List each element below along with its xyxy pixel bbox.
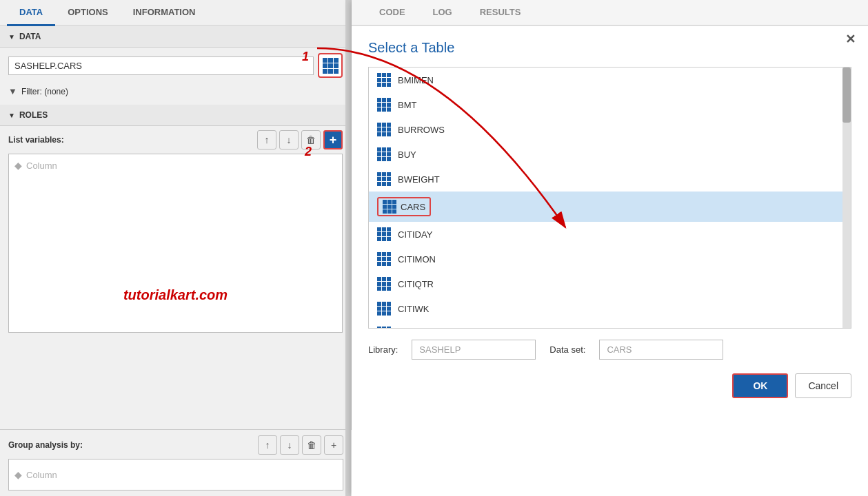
dataset-label: Data set: bbox=[549, 344, 585, 355]
scrollbar-thumb bbox=[842, 68, 851, 123]
group-column-text: Column bbox=[26, 470, 57, 480]
table-item-label: CITIWK bbox=[398, 304, 430, 314]
roles-section-label: ROLES bbox=[19, 110, 48, 120]
dialog-bottom-fields: Library: Data set: bbox=[368, 340, 851, 360]
data-section-label: DATA bbox=[19, 32, 41, 41]
group-toolbar: Group analysis by: ↑ ↓ 🗑 + bbox=[8, 435, 343, 455]
move-down-button[interactable]: ↓ bbox=[279, 130, 299, 149]
tab-options[interactable]: OPTIONS bbox=[55, 0, 121, 26]
table-list-item[interactable]: BUY bbox=[369, 142, 851, 167]
dataset-input[interactable] bbox=[599, 340, 723, 360]
annotation-1: 1 bbox=[302, 50, 309, 64]
tab-information[interactable]: INFORMATION bbox=[121, 0, 208, 26]
left-panel-tabs: DATA OPTIONS INFORMATION bbox=[0, 0, 351, 26]
table-list-item[interactable]: BURROWS bbox=[369, 117, 851, 142]
group-delete-button[interactable]: 🗑 bbox=[302, 435, 321, 455]
group-add-button[interactable]: + bbox=[324, 435, 343, 455]
table-list-item[interactable]: CITIDAY bbox=[369, 222, 851, 247]
roles-section-arrow: ▼ bbox=[8, 112, 15, 119]
data-section-header: ▼ DATA bbox=[0, 26, 351, 48]
data-section-content: SASHELP.CARS ▼ Filter: (none) bbox=[0, 48, 351, 105]
cancel-button[interactable]: Cancel bbox=[795, 373, 851, 398]
table-list-item[interactable]: CITIWK bbox=[369, 296, 851, 321]
grid-icon bbox=[323, 58, 339, 74]
library-label: Library: bbox=[368, 344, 398, 355]
table-list-item[interactable]: BWEIGHT bbox=[369, 167, 851, 192]
table-item-label: CITIQTR bbox=[398, 279, 434, 289]
select-table-button[interactable] bbox=[318, 53, 343, 78]
list-variables-box: ◆ Column bbox=[8, 154, 343, 333]
group-section: Group analysis by: ↑ ↓ 🗑 + ◆ Column bbox=[0, 429, 352, 496]
table-item-label: BURROWS bbox=[398, 125, 445, 135]
move-up-button[interactable]: ↑ bbox=[257, 130, 276, 149]
group-label: Group analysis by: bbox=[8, 440, 83, 450]
datasource-select[interactable]: SASHELP.CARS bbox=[8, 56, 314, 75]
table-item-label: CITIDAY bbox=[398, 229, 432, 240]
dialog-title: Select a Table bbox=[368, 40, 851, 56]
table-item-label: BMT bbox=[398, 100, 416, 110]
filter-icon: ▼ bbox=[8, 86, 17, 96]
ok-button[interactable]: OK bbox=[732, 373, 788, 398]
datasource-row: SASHELP.CARS bbox=[8, 53, 343, 78]
table-item-label: CITIYR bbox=[398, 329, 427, 329]
select-table-dialog: CODE LOG RESULTS Select a Table ✕ BMIMEN… bbox=[352, 0, 868, 496]
tab-data[interactable]: DATA bbox=[7, 0, 55, 26]
data-section-arrow: ▼ bbox=[8, 33, 15, 41]
filter-row: ▼ Filter: (none) bbox=[8, 83, 343, 99]
add-variable-button[interactable]: + bbox=[323, 130, 343, 149]
group-toolbar-buttons: ↑ ↓ 🗑 + bbox=[258, 435, 343, 455]
table-item-label: CITIMON bbox=[398, 254, 436, 265]
group-column-placeholder: ◆ Column bbox=[14, 469, 57, 480]
group-down-button[interactable]: ↓ bbox=[280, 435, 299, 455]
table-list-item[interactable]: CITIQTR bbox=[369, 271, 851, 296]
table-list-item[interactable]: BMT bbox=[369, 92, 851, 117]
selected-item-ring: CARS bbox=[377, 197, 431, 216]
dialog-top-tabs: CODE LOG RESULTS bbox=[352, 0, 868, 26]
left-panel: DATA OPTIONS INFORMATION ▼ DATA SASHELP.… bbox=[0, 0, 352, 496]
tab-log[interactable]: LOG bbox=[419, 0, 466, 26]
watermark: tutorialkart.com bbox=[123, 287, 228, 303]
dialog-close-button[interactable]: ✕ bbox=[845, 32, 856, 47]
roles-toolbar-buttons: ↑ ↓ 🗑 + bbox=[257, 130, 343, 149]
group-list-box: ◆ Column bbox=[8, 459, 343, 490]
table-list[interactable]: BMIMENBMTBURROWSBUYBWEIGHTCARSCITIDAYCIT… bbox=[368, 67, 851, 329]
left-panel-scrollbar[interactable] bbox=[345, 0, 351, 496]
roles-section-content: List variables: ↑ ↓ 🗑 + ◆ Column bbox=[0, 126, 351, 337]
table-item-label: BUY bbox=[398, 149, 416, 160]
dialog-actions: OK Cancel bbox=[368, 373, 851, 398]
tab-results[interactable]: RESULTS bbox=[466, 0, 535, 26]
group-up-button[interactable]: ↑ bbox=[258, 435, 277, 455]
dialog-body: Select a Table ✕ BMIMENBMTBURROWSBUYBWEI… bbox=[352, 26, 868, 412]
table-item-label: BWEIGHT bbox=[398, 174, 440, 185]
filter-label: Filter: (none) bbox=[21, 87, 68, 96]
table-item-label: BMIMEN bbox=[398, 75, 434, 85]
table-list-item[interactable]: CARS bbox=[369, 192, 851, 222]
list-variables-label: List variables: bbox=[8, 135, 64, 145]
annotation-2: 2 bbox=[305, 145, 312, 159]
table-list-item[interactable]: BMIMEN bbox=[369, 68, 851, 92]
column-icon: ◆ bbox=[14, 160, 22, 171]
tab-code[interactable]: CODE bbox=[365, 0, 419, 26]
column-placeholder: ◆ Column bbox=[14, 160, 57, 171]
group-column-icon: ◆ bbox=[14, 469, 22, 480]
library-input[interactable] bbox=[412, 340, 536, 360]
roles-section-header: ▼ ROLES bbox=[0, 105, 351, 126]
column-placeholder-text: Column bbox=[26, 161, 57, 171]
table-list-scrollbar[interactable] bbox=[842, 68, 851, 328]
table-item-label: CARS bbox=[401, 202, 425, 212]
table-list-item[interactable]: CITIMON bbox=[369, 247, 851, 271]
roles-toolbar: List variables: ↑ ↓ 🗑 + bbox=[8, 130, 343, 149]
table-list-item[interactable]: CITIYR bbox=[369, 321, 851, 329]
